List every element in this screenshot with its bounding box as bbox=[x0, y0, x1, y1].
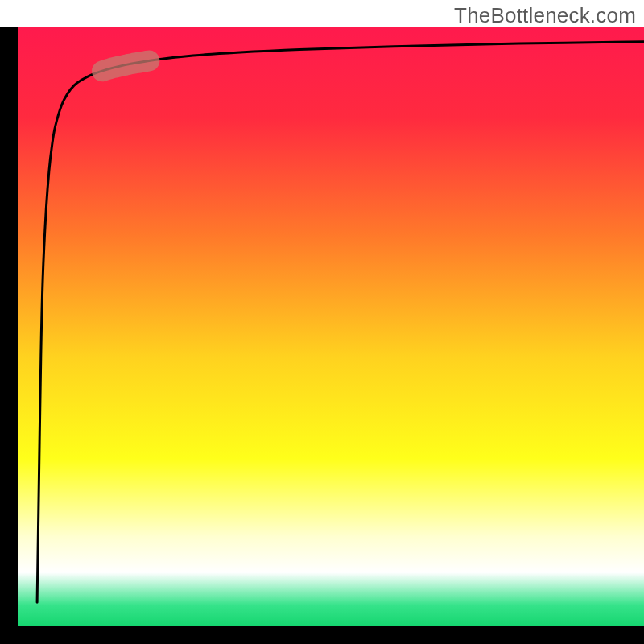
chart-stage: TheBottleneck.com bbox=[0, 0, 644, 644]
gradient-background bbox=[18, 27, 644, 626]
x-axis bbox=[0, 626, 644, 644]
highlight-segment bbox=[102, 60, 149, 71]
watermark-text: TheBottleneck.com bbox=[454, 3, 636, 28]
bottleneck-chart bbox=[0, 0, 644, 644]
y-axis bbox=[0, 27, 18, 644]
